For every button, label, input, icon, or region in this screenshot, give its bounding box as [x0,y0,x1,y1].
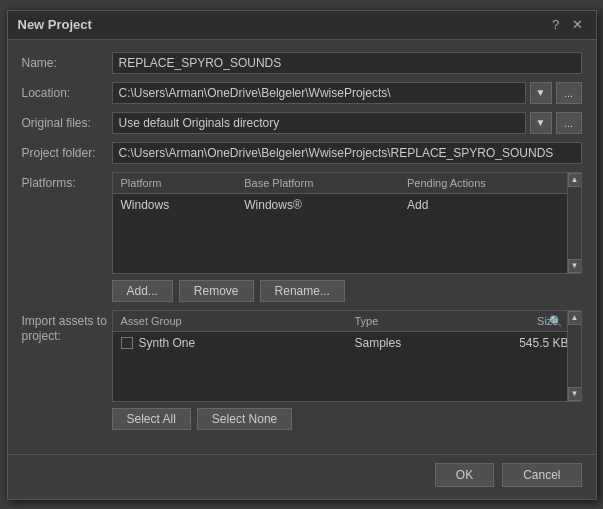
originals-label: Original files: [22,116,112,130]
import-scroll-up[interactable]: ▲ [568,311,581,325]
platforms-row: Platforms: Platform Base Platform Pendin… [22,172,582,302]
location-label: Location: [22,86,112,100]
platforms-content: Platform Base Platform Pending Actions W… [112,172,582,302]
originals-input[interactable] [112,112,526,134]
select-buttons: Select All Select None [112,408,582,430]
base-platform-col-header: Base Platform [236,173,399,194]
name-input[interactable] [112,52,582,74]
size-col-header: Size [464,311,581,332]
dialog-title: New Project [18,17,92,32]
name-label: Name: [22,56,112,70]
remove-platform-btn[interactable]: Remove [179,280,254,302]
originals-dropdown-btn[interactable]: ▼ [530,112,552,134]
location-dropdown-btn[interactable]: ▼ [530,82,552,104]
list-item[interactable]: Synth One Samples 545.5 KB [113,331,581,354]
close-button[interactable]: ✕ [570,17,586,33]
select-all-btn[interactable]: Select All [112,408,191,430]
platforms-table-container: Platform Base Platform Pending Actions W… [113,173,581,273]
scroll-track [568,187,581,259]
table-row[interactable]: Windows Windows® Add [113,193,581,216]
import-content: Asset Group Type Size [112,310,582,430]
scroll-down-arrow[interactable]: ▼ [568,259,581,273]
base-platform-cell: Windows® [236,193,399,216]
title-bar-right: ? ✕ [548,17,586,33]
new-project-dialog: New Project ? ✕ Name: Location: ▼ ... Or… [7,10,597,500]
import-scrollbar[interactable]: ▲ ▼ [567,311,581,401]
asset-group-cell: Synth One [113,331,347,354]
platform-col-header: Platform [113,173,237,194]
help-button[interactable]: ? [548,17,564,33]
rename-platform-btn[interactable]: Rename... [260,280,345,302]
import-row: Import assets toproject: Asset Group Typ… [22,310,582,430]
import-table-container: Asset Group Type Size [113,311,581,401]
dialog-footer: OK Cancel [8,454,596,499]
cancel-button[interactable]: Cancel [502,463,581,487]
title-bar-left: New Project [18,17,92,32]
location-browse-btn[interactable]: ... [556,82,582,104]
folder-value: C:\Users\Arman\OneDrive\Belgeler\WwisePr… [112,142,582,164]
location-row: Location: ▼ ... [22,82,582,104]
import-table-wrapper: Asset Group Type Size [112,310,582,402]
platforms-scrollbar[interactable]: ▲ ▼ [567,173,581,273]
select-none-btn[interactable]: Select None [197,408,292,430]
ok-button[interactable]: OK [435,463,494,487]
scroll-up-arrow[interactable]: ▲ [568,173,581,187]
platforms-label: Platforms: [22,172,112,190]
asset-checkbox[interactable] [121,337,133,349]
platform-actions: Add... Remove Rename... [112,280,582,302]
import-table: Asset Group Type Size [113,311,581,354]
import-label: Import assets toproject: [22,310,112,345]
platforms-table-wrapper: Platform Base Platform Pending Actions W… [112,172,582,274]
location-input[interactable] [112,82,526,104]
originals-row: Original files: ▼ ... [22,112,582,134]
platforms-table: Platform Base Platform Pending Actions W… [113,173,581,216]
add-platform-btn[interactable]: Add... [112,280,173,302]
import-scroll-down[interactable]: ▼ [568,387,581,401]
pending-actions-cell: Add [399,193,581,216]
originals-browse-btn[interactable]: ... [556,112,582,134]
name-row: Name: [22,52,582,74]
title-bar: New Project ? ✕ [8,11,596,40]
asset-group-col-header: Asset Group [113,311,347,332]
asset-group-name: Synth One [139,336,196,350]
location-input-group: ▼ ... [112,82,582,104]
type-col-header: Type [347,311,464,332]
search-icon[interactable]: 🔍 [549,315,563,328]
size-cell: 545.5 KB [464,331,581,354]
folder-row: Project folder: C:\Users\Arman\OneDrive\… [22,142,582,164]
import-scroll-track [568,325,581,387]
dialog-body: Name: Location: ▼ ... Original files: ▼ … [8,40,596,450]
folder-label: Project folder: [22,146,112,160]
platform-cell: Windows [113,193,237,216]
type-cell: Samples [347,331,464,354]
originals-input-group: ▼ ... [112,112,582,134]
pending-actions-col-header: Pending Actions [399,173,581,194]
